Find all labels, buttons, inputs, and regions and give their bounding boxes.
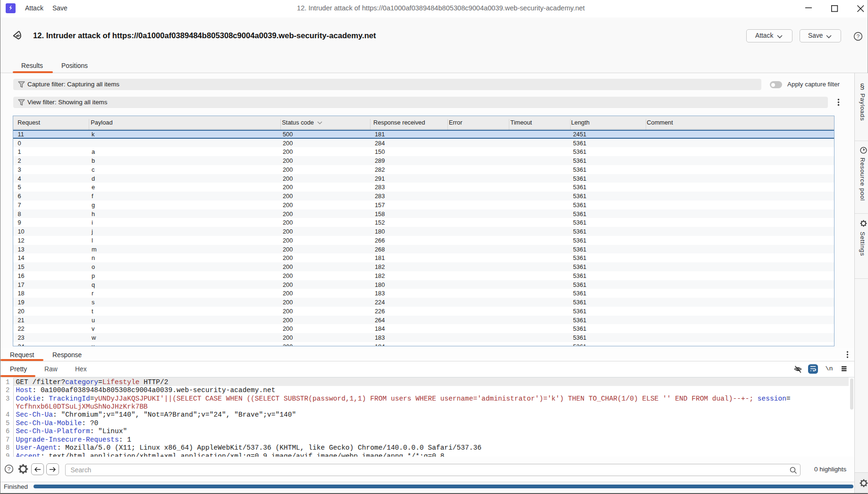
svg-text:?: ? bbox=[8, 466, 10, 472]
svg-text:?: ? bbox=[857, 33, 860, 39]
